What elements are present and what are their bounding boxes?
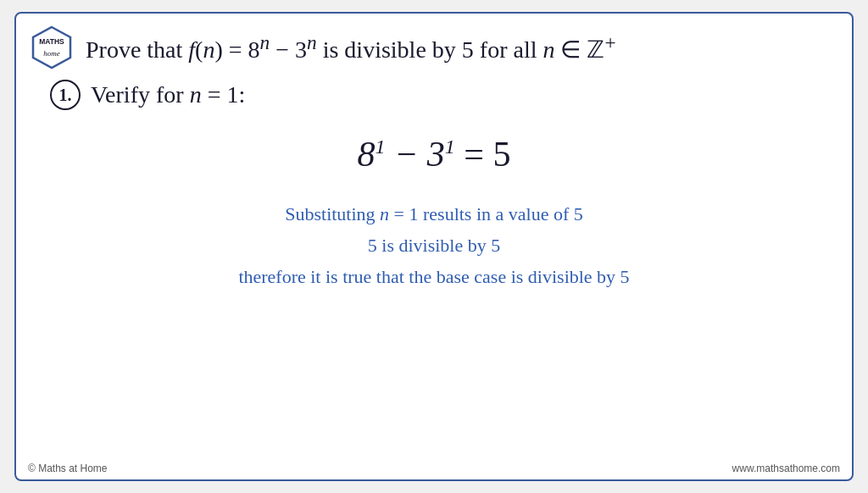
step-number: 1.	[50, 80, 81, 110]
verify-text: Verify for n = 1:	[91, 81, 245, 108]
statement-2: 5 is divisible by 5	[368, 231, 500, 259]
main-card: MATHS home Prove that f(n) = 8n − 3n is …	[14, 12, 854, 481]
equation-block: 81 − 31 = 5	[50, 134, 818, 174]
statement-1: Substituting n = 1 results in a value of…	[285, 200, 583, 228]
statement-3: therefore it is true that the base case …	[238, 263, 629, 291]
verify-line: 1. Verify for n = 1:	[50, 80, 818, 110]
svg-text:MATHS: MATHS	[39, 37, 64, 46]
svg-marker-0	[33, 27, 70, 68]
content-area: 1. Verify for n = 1: 81 − 31 = 5 Substit…	[16, 76, 852, 457]
footer-right: www.mathsathome.com	[732, 463, 840, 474]
svg-text:home: home	[43, 49, 60, 58]
maths-home-logo: MATHS home	[30, 25, 74, 69]
main-equation: 81 − 31 = 5	[357, 134, 510, 174]
footer-left: © Maths at Home	[28, 463, 108, 474]
statements-block: Substituting n = 1 results in a value of…	[50, 200, 818, 291]
footer: © Maths at Home www.mathsathome.com	[16, 457, 852, 479]
header: MATHS home Prove that f(n) = 8n − 3n is …	[16, 14, 852, 76]
header-title: Prove that f(n) = 8n − 3n is divisible b…	[86, 30, 616, 66]
